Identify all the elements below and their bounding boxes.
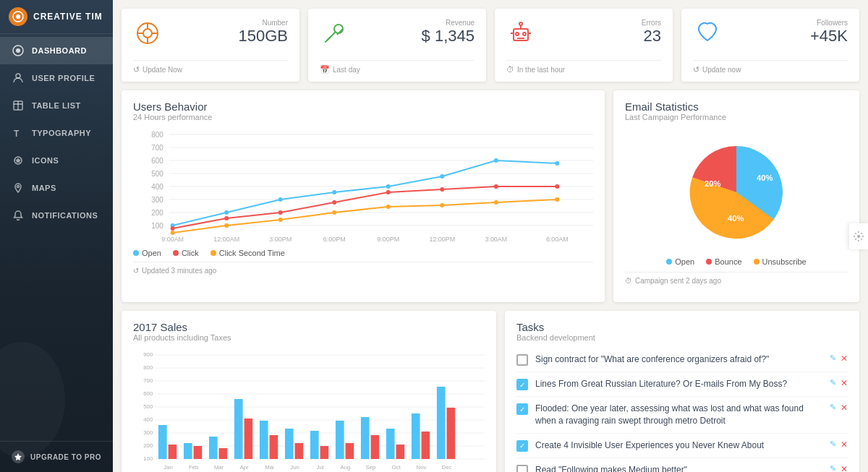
- svg-text:700: 700: [143, 377, 153, 384]
- task-edit-2[interactable]: ✎: [830, 378, 836, 388]
- task-checkbox-1[interactable]: [516, 354, 528, 366]
- task-edit-4[interactable]: ✎: [830, 439, 836, 450]
- task-checkbox-2[interactable]: ✓: [516, 379, 528, 390]
- task-item: Read "Following makes Medium better" ✎ ✕: [516, 458, 848, 472]
- pie-legend-open: Open: [675, 257, 694, 266]
- svg-text:Dec: Dec: [442, 464, 452, 471]
- svg-text:300: 300: [151, 196, 163, 204]
- stats-row: Number 150GB ↺ Update Now: [122, 9, 859, 82]
- svg-point-53: [171, 226, 175, 231]
- sidebar-item-table-list[interactable]: TABLE LIST: [0, 92, 113, 119]
- svg-rect-132: [447, 408, 456, 459]
- svg-text:Aug: Aug: [341, 464, 351, 471]
- legend-click-second: Click Second Time: [219, 249, 285, 257]
- sidebar: CREATIVE TIM DASHBOARD USER PROFILE: [0, 0, 113, 472]
- svg-text:6:00PM: 6:00PM: [323, 236, 346, 243]
- svg-point-55: [278, 210, 283, 215]
- sales-subtitle: All products including Taxes: [133, 333, 485, 342]
- task-delete-5[interactable]: ✕: [841, 464, 848, 472]
- dashboard-icon: [12, 44, 25, 57]
- task-checkbox-3[interactable]: ✓: [516, 403, 528, 415]
- sidebar-item-dashboard[interactable]: DASHBOARD: [0, 37, 113, 64]
- main-content: Number 150GB ↺ Update Now: [113, 0, 868, 472]
- task-delete-3[interactable]: ✕: [841, 403, 848, 413]
- svg-point-57: [386, 190, 391, 194]
- sales-card: 2017 Sales All products including Taxes …: [122, 311, 496, 472]
- svg-rect-131: [437, 387, 446, 459]
- sales-title: 2017 Sales: [133, 321, 485, 333]
- settings-panel[interactable]: [849, 223, 868, 249]
- svg-text:100: 100: [151, 222, 163, 230]
- task-delete-2[interactable]: ✕: [841, 378, 848, 388]
- svg-point-48: [332, 190, 336, 194]
- dashboard-label: DASHBOARD: [32, 46, 87, 55]
- tasks-card: Tasks Backend development Sign contract …: [505, 311, 859, 472]
- notifications-icon: [12, 209, 25, 222]
- svg-point-66: [440, 203, 444, 207]
- task-delete-1[interactable]: ✕: [841, 353, 848, 364]
- svg-text:600: 600: [151, 157, 163, 165]
- svg-text:100: 100: [143, 455, 153, 462]
- stat-footer-errors: ⏱ In the last hour: [506, 60, 661, 74]
- sidebar-logo[interactable]: CREATIVE TIM: [0, 0, 113, 34]
- task-text-1: Sign contract for "What are conference o…: [535, 353, 822, 366]
- svg-text:12:00PM: 12:00PM: [429, 236, 455, 243]
- upgrade-label: UPGRADE TO PRO: [30, 453, 101, 461]
- svg-text:700: 700: [151, 144, 163, 152]
- task-edit-3[interactable]: ✎: [830, 403, 836, 413]
- users-behavior-footer: ↺Updated 3 minutes ago: [133, 262, 593, 275]
- svg-point-67: [494, 200, 498, 205]
- sidebar-item-typography[interactable]: T TYPOGRAPHY: [0, 119, 113, 147]
- task-checkbox-4[interactable]: ✓: [516, 440, 528, 452]
- email-stats-subtitle: Last Campaign Performance: [625, 113, 848, 121]
- svg-text:500: 500: [143, 403, 153, 410]
- task-edit-1[interactable]: ✎: [830, 353, 836, 364]
- svg-point-68: [555, 197, 559, 202]
- sidebar-item-user-profile[interactable]: USER PROFILE: [0, 64, 113, 92]
- svg-rect-120: [346, 443, 354, 459]
- svg-point-10: [17, 186, 20, 188]
- stat-footer-revenue: 📅 Last day: [320, 60, 475, 74]
- svg-point-26: [519, 22, 522, 25]
- svg-text:9:00AM: 9:00AM: [161, 236, 184, 243]
- sidebar-item-notifications[interactable]: NOTIFICATIONS: [0, 202, 113, 229]
- svg-text:3:00AM: 3:00AM: [485, 236, 507, 243]
- upgrade-button[interactable]: UPGRADE TO PRO: [0, 441, 113, 472]
- task-checkbox-5[interactable]: [516, 465, 528, 472]
- task-text-3: Flooded: One year later, assessing what …: [535, 403, 822, 427]
- pie-legend-unsub: Unsubscribe: [762, 257, 807, 266]
- svg-text:400: 400: [151, 183, 163, 191]
- svg-text:Mai: Mai: [265, 464, 274, 471]
- charts-row: Users Behavior 24 Hours performance 800 …: [122, 90, 859, 302]
- task-edit-5[interactable]: ✎: [830, 464, 836, 472]
- svg-text:400: 400: [143, 416, 153, 423]
- svg-text:Jan: Jan: [163, 464, 173, 471]
- svg-rect-122: [361, 417, 370, 459]
- stat-value-followers: +45K: [810, 27, 848, 46]
- heart-icon: [693, 19, 722, 53]
- svg-rect-119: [336, 421, 344, 459]
- svg-text:600: 600: [143, 390, 153, 397]
- sidebar-item-icons[interactable]: ICONS: [0, 147, 113, 174]
- stat-label-revenue: Revenue: [422, 19, 475, 27]
- svg-point-13: [143, 29, 152, 38]
- svg-point-63: [278, 218, 283, 222]
- svg-rect-111: [270, 435, 278, 459]
- svg-point-65: [386, 205, 391, 209]
- stat-footer-followers: ↺ Update now: [693, 60, 848, 74]
- task-text-5: Read "Following makes Medium better": [535, 464, 822, 472]
- sidebar-item-maps[interactable]: MAPS: [0, 174, 113, 202]
- svg-text:200: 200: [151, 209, 163, 217]
- svg-rect-104: [209, 437, 218, 459]
- task-item: ✓ Lines From Great Russian Literature? O…: [516, 372, 848, 397]
- task-delete-4[interactable]: ✕: [841, 439, 848, 450]
- stat-card-followers: Followers +45K ↺ Update now: [681, 9, 859, 82]
- svg-text:3:00PM: 3:00PM: [269, 236, 292, 243]
- svg-point-51: [494, 158, 498, 163]
- disk-icon: [133, 19, 162, 53]
- svg-text:6:00AM: 6:00AM: [546, 236, 569, 243]
- stat-value-number: 150GB: [239, 27, 289, 46]
- stat-label-errors: Errors: [642, 19, 661, 27]
- robot-icon: [506, 19, 535, 53]
- svg-text:12:00AM: 12:00AM: [213, 236, 239, 243]
